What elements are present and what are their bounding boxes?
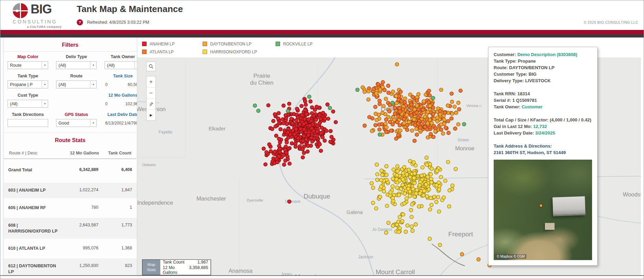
table-cell: 1,022,274 [60,187,98,193]
map-region[interactable]: CrawfordPrairie du ChienWest UnionElkade… [137,37,641,275]
legend-swatch-icon [142,50,147,54]
gallons-12mo-min: 0 [105,101,108,106]
tank-directions-label: Tank Directions [8,112,48,117]
zoom-out-button[interactable]: − [147,87,155,98]
map-color-dropdown[interactable]: Route ▼ [8,61,48,69]
filter-last-deliv-date: Last Deliv Date 6/13/2002 1/4/7908 [105,112,137,127]
tank-size-label: Tank Size [105,74,137,78]
column-header: Route # | Desc [9,151,61,155]
legend-label: ATLANTA LP [150,50,174,54]
tank-size-max: 60,500 [128,82,137,87]
table-cell: 6,342,889 [60,167,98,173]
last-deliv-date-range[interactable]: 6/13/2002 1/4/7908 [105,119,137,127]
tank-tooltip: Customer: Demo Description (8303608)Tank… [488,47,598,266]
page-footer-strip [0,275,644,279]
gps-status-value: Good [58,121,69,126]
building-roof [552,196,586,216]
gps-status-dropdown[interactable]: Good ▼ [56,119,97,127]
filter-tank-size: Tank Size 0 60,500 [105,74,137,88]
gps-status-label: GPS Status [56,112,97,117]
legend-item[interactable]: HARRISON/OXFORD LP [203,48,276,56]
dashboard: BIG CONSULTING a CULTURA company Tank Ma… [0,0,644,279]
tooltip-line: Tank Owner: Customer [494,104,592,110]
legend-item[interactable]: DAYTON/BENTON LP [203,40,276,48]
table-cell: 823 [98,263,132,275]
logo-tagline: a CULTURA company [13,25,62,29]
logo-icon [13,3,28,18]
table-cell: 6,408 [98,167,132,173]
table-row[interactable]: 603 | ANAHEIM LP1,022,2741,847 [3,183,137,198]
tank-type-label: Tank Type [8,74,48,78]
column-header: 12 Mo Gallons [61,151,99,155]
table-row[interactable]: 612 | DAYTON/BENTON LP1,250,830823 [3,258,137,275]
table-cell: 1,368 [98,246,132,251]
tooltip-line: Tank RRN: 18314 [494,91,592,97]
deliv-type-dropdown[interactable]: (All) ▼ [56,61,97,69]
copyright-text: © 2025 BIG CONSULTING LLC [584,20,638,24]
table-cell: 1 [98,205,132,211]
tank-size-range[interactable]: 0 60,500 [105,81,137,88]
tank-directions-input[interactable] [8,119,48,127]
cust-type-label: Cust Type [8,93,48,98]
table-row[interactable]: 608 | HARRISON/OXFORD LP2,643,5871,773 [3,218,137,239]
chevron-down-icon: ▼ [42,81,48,88]
tooltip-line: Delivery Type: LIVESTOCK [494,78,592,84]
chevron-down-icon: ▼ [42,62,48,69]
map-stats-label: Map Stats [142,260,160,275]
filter-tank-type: Tank Type Propane | P ▼ [8,74,48,88]
legend-item[interactable]: ANAHEIM LP [142,40,203,48]
map-color-label: Map Color [8,54,48,59]
table-cell: 612 | DAYTON/BENTON LP [8,263,60,275]
map-search-button[interactable] [146,62,156,71]
tooltip-line: Tank Type: Propane [494,58,592,65]
table-cell: 610 | ATLANTA LP [8,246,60,251]
filter-gps-status: GPS Status Good ▼ [56,112,97,127]
page-title: Tank Map & Maintenance [77,4,183,14]
legend-swatch-icon [203,50,207,54]
deliv-type-label: Deliv Type [56,54,97,59]
help-icon[interactable]: ? [77,19,83,25]
zoom-in-button[interactable]: + [147,76,155,87]
table-cell: 603 | ANAHEIM LP [8,187,60,193]
table-cell: 780 [60,205,98,211]
tooltip-link[interactable]: 3/24/2025 [535,130,555,136]
tooltip-line: Tank Address & Directions: [494,143,592,150]
tank-location-marker [539,204,543,207]
tooltip-link[interactable]: Demo Description (8303608) [517,52,577,57]
legend-item[interactable]: ATLANTA LP [142,48,203,56]
satellite-image: © Mapbox © OSM [494,160,592,260]
tank-type-dropdown[interactable]: Propane | P ▼ [8,81,48,88]
map-stat-row: Tank Count1,987 [163,260,208,265]
table-cell: 2,643,587 [60,223,98,234]
table-row[interactable]: Grand Total6,342,8896,408 [3,162,137,178]
pan-expand-button[interactable]: ▶ [147,109,155,120]
tooltip-link[interactable]: Customer [522,104,543,109]
pin-button[interactable] [147,98,155,109]
tooltip-link[interactable]: 12,732 [533,124,547,129]
map-stats-panel: Map Stats Tank Count1,98712 Mo Gallons3,… [142,259,211,275]
header: BIG CONSULTING a CULTURA company Tank Ma… [0,0,644,30]
divider-bar [0,34,644,37]
tooltip-line: Customer Type: BIG [494,71,592,78]
tank-owner-dropdown[interactable]: (All) ▼ [105,61,137,69]
filter-route: Route (All) ▼ [56,74,97,88]
refreshed-text: Refreshed: 4/8/2025 3:03:22 PM [87,20,149,25]
tank-owner-label: Tank Owner [105,54,137,59]
table-cell: 1,250,830 [60,263,98,275]
table-cell: 1,847 [98,187,132,193]
tooltip-line: Route: DAYTON/BENTON LP [494,65,592,71]
tank-owner-value: (All) [107,63,115,68]
chevron-down-icon: ▼ [90,81,96,88]
triangle-right-icon: ▶ [150,113,152,117]
filter-tank-directions: Tank Directions [8,112,48,127]
route-dropdown[interactable]: (All) ▼ [56,81,97,88]
tooltip-line: Gal in Last 12 Mo: 12,732 [494,124,592,130]
route-stats-header: Route # | Desc 12 Mo Gallons Tank Count [4,147,136,159]
gallons-12mo-range[interactable]: 0 102,960 [105,100,137,108]
table-row[interactable]: 605 | ANAHEIM RF7801 [3,200,137,216]
pushpin-icon [149,101,154,107]
table-row[interactable]: 610 | ATLANTA LP995,0761,368 [3,241,137,256]
cust-type-dropdown[interactable]: (All) ▼ [8,100,48,108]
chevron-down-icon: ▼ [42,100,48,107]
chevron-down-icon: ▼ [90,119,96,127]
